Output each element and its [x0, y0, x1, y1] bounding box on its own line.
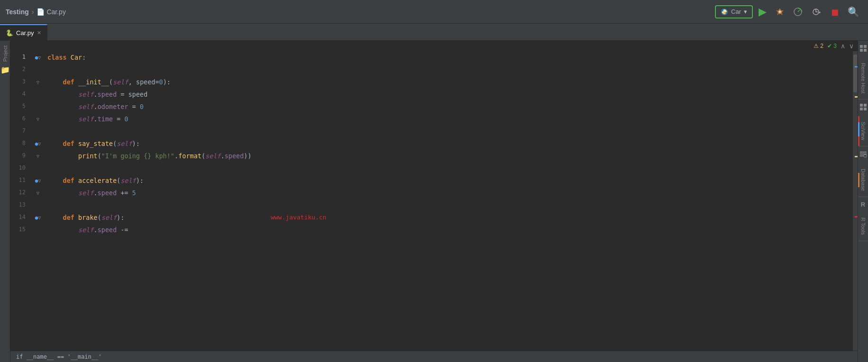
warning-badge: ⚠ 2 [814, 43, 823, 49]
main-layout: Project 📁 ⚠ 2 ✔ 3 ∧ ∨ 1 2 3 4 5 6 [0, 41, 868, 362]
watermark: www.javatiku.cn [271, 211, 326, 224]
gutter-10 [33, 162, 43, 174]
annotations-bar: ⚠ 2 ✔ 3 ∧ ∨ [10, 41, 858, 51]
run-button[interactable]: ▶ [756, 4, 769, 20]
code-content[interactable]: class Car: def __init__(self, speed=0): … [43, 51, 853, 351]
code-line-5: self.odometer = 0 [47, 100, 848, 113]
panel-grid-icon-2[interactable] [858, 100, 868, 116]
fold-icon-11[interactable]: ▽ [38, 178, 41, 183]
toolbar-right: Car ▾ ▶ ▾ [715, 4, 862, 20]
gutter-8: ● ▽ [33, 137, 43, 150]
code-line-11: def accelerate(self): [47, 174, 848, 187]
folder-icon[interactable]: 📁 [0, 65, 10, 74]
scrollbar-mark-warning-2 [855, 156, 858, 157]
gutter-5 [33, 100, 43, 113]
right-scrollbar[interactable] [853, 51, 858, 351]
tab-close-icon[interactable]: ✕ [37, 30, 41, 36]
project-panel-label[interactable]: Project [2, 45, 8, 62]
line-num-5: 5 [10, 100, 29, 113]
tab-car-py[interactable]: 🐍 Car.py ✕ [0, 24, 47, 40]
search-button[interactable]: 🔍 [845, 4, 862, 19]
svg-rect-6 [864, 45, 867, 48]
line-num-10: 10 [10, 162, 29, 174]
panel-grid-icon-top[interactable] [858, 41, 868, 57]
prev-annotation-button[interactable]: ∧ [841, 42, 845, 50]
line-num-2: 2 [10, 63, 29, 76]
fold-icon-8[interactable]: ▽ [38, 141, 41, 146]
panel-grid-icon-3[interactable] [858, 146, 868, 163]
svg-rect-7 [860, 49, 863, 52]
code-line-2 [47, 63, 848, 76]
line-num-6: 6 [10, 113, 29, 125]
gutter-15 [33, 224, 43, 236]
fold-icon-12[interactable]: ▽ [36, 190, 39, 196]
code-line-7 [47, 125, 848, 137]
gutter-2 [33, 63, 43, 76]
code-line-12: self.speed += 5 [47, 187, 848, 199]
gutter-7 [33, 125, 43, 137]
line-num-4: 4 [10, 88, 29, 100]
bookmark-icon-11[interactable]: ● [35, 178, 38, 184]
bookmark-icon-1[interactable]: ● [35, 54, 38, 61]
svg-point-16 [864, 154, 867, 157]
line-numbers: 1 2 3 4 5 6 7 8 9 10 11 12 13 14 15 [10, 51, 33, 351]
line-num-9: 9 [10, 150, 29, 162]
gutter-14: ● ▽ [33, 211, 43, 224]
database-panel[interactable]: Database [858, 163, 868, 197]
code-line-3: def __init__(self, speed=0): [47, 76, 848, 88]
gutter-3: ▽ [33, 76, 43, 88]
ok-badge: ✔ 3 [827, 43, 837, 49]
line-num-1: 1 [10, 51, 29, 63]
svg-rect-12 [864, 108, 867, 110]
status-bar: if __name__ == '__main__' [10, 351, 858, 362]
right-panels: Remote Host SciView Database [858, 41, 868, 362]
gutter-4 [33, 88, 43, 100]
tab-bar: 🐍 Car.py ✕ [0, 24, 868, 41]
svg-text:▾: ▾ [819, 10, 821, 15]
fold-icon-14[interactable]: ▽ [38, 215, 41, 220]
fold-icon-3[interactable]: ▽ [36, 80, 39, 85]
profile-dropdown-button[interactable]: ▾ [808, 5, 825, 18]
bookmark-icon-8[interactable]: ● [35, 141, 38, 147]
code-line-9: print("I'm going {} kph!".format(self.sp… [47, 150, 848, 162]
run-config-button[interactable]: Car ▾ [715, 5, 753, 18]
line-num-14: 14 [10, 211, 29, 224]
cls-name: Car [71, 51, 82, 63]
code-line-14: def brake(self): www.javatiku.cn [47, 211, 848, 224]
code-line-8: def say_state(self): [47, 137, 848, 150]
fold-icon-1[interactable]: ▽ [38, 55, 41, 60]
scrollbar-thumb[interactable] [853, 54, 857, 92]
gutter-13 [33, 199, 43, 211]
fold-icon-9[interactable]: ▽ [36, 154, 39, 159]
svg-rect-5 [860, 45, 863, 48]
gutter-6: ▽ [33, 113, 43, 125]
code-line-1: class Car: [47, 51, 848, 63]
line-num-11: 11 [10, 174, 29, 187]
coverage-button[interactable] [790, 5, 805, 18]
left-panel: Project 📁 [0, 41, 10, 362]
kw-class: class [47, 51, 67, 63]
r-tools-icon[interactable]: R [859, 197, 867, 212]
debug-button[interactable] [772, 5, 787, 18]
svg-rect-10 [864, 104, 867, 107]
line-num-15: 15 [10, 224, 29, 236]
bookmark-icon-14[interactable]: ● [35, 215, 38, 221]
next-annotation-button[interactable]: ∨ [849, 42, 854, 50]
sciview-panel[interactable]: SciView [858, 116, 868, 146]
code-line-6: self.time = 0 [47, 113, 848, 125]
gutter: ● ▽ ▽ ▽ [33, 51, 43, 351]
svg-rect-11 [860, 108, 863, 110]
scrollbar-mark-warning-1 [855, 96, 858, 98]
code-container: 1 2 3 4 5 6 7 8 9 10 11 12 13 14 15 ● [10, 51, 858, 351]
line-num-12: 12 [10, 187, 29, 199]
run-config-label: Car [731, 8, 741, 15]
tab-label: Car.py [16, 29, 34, 36]
fold-icon-6[interactable]: ▽ [36, 117, 39, 122]
stop-button[interactable]: ◼ [828, 4, 842, 19]
r-tools-panel[interactable]: R Tools [858, 212, 868, 241]
svg-rect-9 [860, 104, 863, 107]
run-config-dropdown[interactable]: ▾ [744, 8, 747, 15]
project-name[interactable]: Testing [6, 8, 29, 16]
title-bar: Testing › 📄 Car.py Car ▾ ▶ [0, 0, 868, 24]
remote-host-panel[interactable]: Remote Host [858, 57, 868, 100]
